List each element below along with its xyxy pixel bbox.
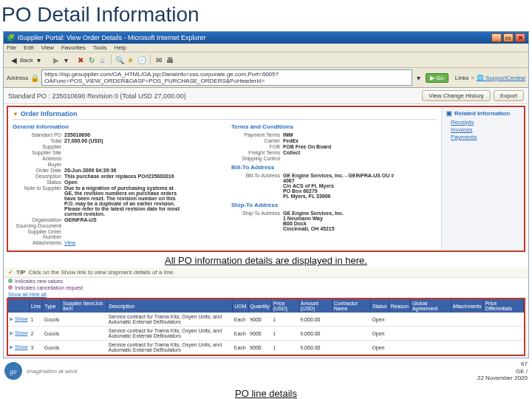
- cell-uom: Each: [233, 327, 248, 341]
- footer-date: 22 November 2020: [477, 375, 528, 382]
- supportcentral-link[interactable]: 🌐 SupportCentral: [477, 75, 525, 81]
- col-description[interactable]: Description: [107, 299, 233, 313]
- col-expand[interactable]: [8, 299, 30, 313]
- col-attachments[interactable]: Attachments: [451, 299, 483, 313]
- col-line[interactable]: Line: [30, 299, 43, 313]
- url-input[interactable]: https://isp.gesupplier.com/OA_HTML/OA.js…: [41, 69, 412, 86]
- tip-text: Click on the Show link to view shipment …: [28, 269, 174, 276]
- label-sordnum: Supplier Order Number: [13, 229, 64, 239]
- col-type[interactable]: Type: [43, 299, 61, 313]
- go-button[interactable]: ▶ Go: [426, 73, 449, 83]
- cell-desc: Service contract for Trama Kits, Oxyen U…: [107, 313, 233, 327]
- label-carrier: Carrier: [231, 138, 283, 143]
- col-pricediff[interactable]: Price Differentials: [483, 299, 524, 313]
- cell-price: 1: [271, 327, 299, 341]
- address-label: Address: [7, 75, 28, 81]
- minimize-button[interactable]: _: [491, 33, 502, 42]
- cell-global: [410, 313, 451, 327]
- ge-logo: ge: [4, 362, 22, 380]
- col-contractor[interactable]: Contractor Name: [332, 299, 370, 313]
- show-link[interactable]: Show: [15, 316, 28, 321]
- collapse-icon[interactable]: ▼: [13, 111, 18, 117]
- value-note: Due to a migration of purchasing systems…: [64, 185, 183, 216]
- label-note: Note to Supplier: [13, 185, 64, 216]
- back-button[interactable]: ◀Back▾: [7, 54, 47, 66]
- window-buttons: _ ▭ ✕: [491, 33, 525, 42]
- menu-tools[interactable]: Tools: [93, 44, 107, 51]
- cell-supplieritem: [61, 313, 106, 327]
- cell-amount: 9,000.00: [299, 313, 332, 327]
- menu-favorites[interactable]: Favorites: [61, 44, 86, 51]
- expand-icon[interactable]: ▶: [10, 344, 13, 349]
- slide-footer: ge imagination at work 67 GE / 22 Novemb…: [0, 358, 532, 383]
- menu-edit[interactable]: Edit: [24, 44, 34, 51]
- cell-qty: 9000: [248, 327, 271, 341]
- tip-row: ✔ TIP Click on the Show link to view shi…: [4, 267, 528, 278]
- cell-type: Goods: [43, 341, 61, 355]
- legend-new: Indicates new values: [4, 278, 528, 284]
- menu-file[interactable]: File: [7, 44, 16, 51]
- menu-view[interactable]: View: [41, 44, 54, 51]
- label-order-date: Order Date: [13, 168, 64, 173]
- value-standard-po: 235010690: [64, 132, 90, 137]
- stop-icon[interactable]: ✖: [76, 55, 85, 64]
- col-reason[interactable]: Reason: [389, 299, 410, 313]
- print-icon[interactable]: 🖶: [166, 55, 174, 64]
- col-amount[interactable]: Amount (USD): [299, 299, 332, 313]
- menu-help[interactable]: Help: [114, 44, 126, 51]
- export-button[interactable]: Export: [494, 90, 524, 101]
- link-attachments[interactable]: View: [64, 240, 75, 245]
- cell-uom: Each: [233, 313, 248, 327]
- cell-line: 3: [30, 341, 43, 355]
- value-order-date: 20-Jun-2009 04:39:36: [64, 168, 116, 173]
- col-uom[interactable]: UOM: [233, 299, 248, 313]
- supportcentral-label: SupportCentral: [485, 75, 525, 81]
- col-qty[interactable]: Quantity: [248, 299, 271, 313]
- maximize-button[interactable]: ▭: [503, 33, 514, 42]
- cell-desc: Service contract for Trama Kits, Oxyen U…: [107, 327, 233, 341]
- col-globalagreement[interactable]: Global Agreement: [410, 299, 451, 313]
- cell-price: 1: [271, 313, 299, 327]
- mail-icon[interactable]: ✉: [154, 55, 163, 64]
- back-icon: ◀: [10, 55, 18, 64]
- close-button[interactable]: ✕: [515, 33, 525, 42]
- dropdown-icon[interactable]: ▾: [415, 73, 423, 82]
- col-status[interactable]: Status: [370, 299, 389, 313]
- search-icon[interactable]: 🔍: [115, 55, 124, 64]
- table-row: ▶Show2GoodsService contract for Trama Ki…: [8, 327, 524, 341]
- col-price[interactable]: Price (USD): [271, 299, 299, 313]
- callout-po-info: All PO information details are displayed…: [4, 253, 528, 267]
- show-link[interactable]: Show: [15, 330, 28, 335]
- value-freight: Collect: [283, 150, 300, 155]
- label-payterms: Payment Terms: [231, 132, 283, 137]
- expand-icon[interactable]: ▶: [10, 316, 13, 321]
- po-header-text: Standard PO : 235010690 Revision 0 (Tota…: [8, 92, 186, 100]
- cell-global: [410, 341, 451, 355]
- cell-status: Open: [370, 313, 389, 327]
- expand-icon[interactable]: ▶: [10, 330, 13, 335]
- label-description: Description: [13, 174, 64, 179]
- label-address: Address: [13, 156, 64, 161]
- value-payterms: IMM: [283, 132, 293, 137]
- link-payments[interactable]: Payments: [451, 134, 519, 140]
- favorites-icon[interactable]: ★: [126, 55, 135, 64]
- toolbar-divider: [150, 55, 151, 65]
- history-icon[interactable]: 🕘: [137, 55, 146, 64]
- subheading-shipto: Ship-To Address: [231, 202, 437, 208]
- home-icon[interactable]: ⌂: [98, 55, 107, 64]
- label-standard-po: Standard PO: [13, 132, 64, 137]
- col-supplier-item[interactable]: Supplier Item/Job Item: [61, 299, 106, 313]
- link-invoices[interactable]: Invoices: [451, 126, 519, 133]
- label-buyer: Buyer: [13, 162, 64, 167]
- show-link[interactable]: Show: [15, 344, 28, 349]
- forward-button[interactable]: ▶▾: [49, 54, 74, 66]
- po-header: Standard PO : 235010690 Revision 0 (Tota…: [4, 88, 528, 104]
- link-receipts[interactable]: Receipts: [451, 119, 519, 126]
- view-change-history-button[interactable]: View Change History: [422, 90, 491, 101]
- order-information-panel: ▼Order Information General Information S…: [7, 106, 525, 252]
- refresh-icon[interactable]: ↻: [87, 55, 96, 64]
- showall-link[interactable]: Show all Hide all: [8, 292, 47, 297]
- label-billto: Bill-To Address: [231, 173, 283, 199]
- label-org: Organization: [13, 217, 64, 222]
- cell-reason: [389, 313, 410, 327]
